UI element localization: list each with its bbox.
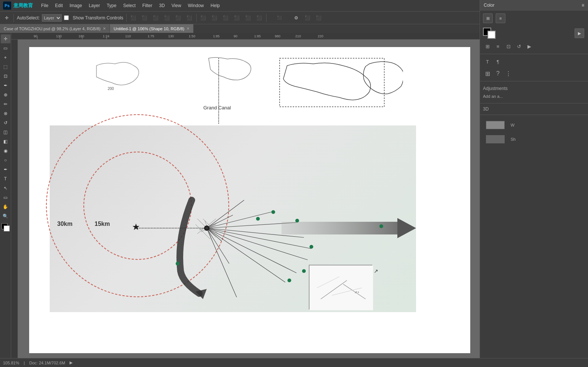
bottom-swatches: W Sh	[480, 116, 588, 148]
auto-select-dropdown[interactable]: Layer Group	[42, 14, 62, 22]
svg-text:90: 90	[234, 34, 237, 38]
svg-point-49	[302, 269, 306, 273]
color-panel-buttons: ⊞ ≡	[480, 10, 588, 26]
svg-rect-43	[281, 222, 397, 234]
menu-help[interactable]: Help	[207, 1, 223, 10]
zoom-tool-btn[interactable]: 🔍	[1, 212, 10, 221]
brush-tool-btn[interactable]: ✏	[1, 100, 10, 109]
paths-icon-btn[interactable]: ⊡	[504, 42, 513, 51]
shape-tool-btn[interactable]: ▭	[1, 193, 10, 202]
svg-line-31	[207, 228, 229, 264]
snap-btn[interactable]: ⚙	[291, 13, 302, 23]
gradient-btn[interactable]: ◧	[1, 137, 10, 146]
dist-bottom-btn[interactable]: ⬛	[254, 13, 265, 23]
fg-bg-colors[interactable]	[1, 223, 10, 232]
tab-untitled[interactable]: Untitled-1 @ 106% (Shape 10, RGB/8) ✕	[110, 24, 194, 33]
svg-marker-44	[397, 218, 416, 238]
move-tool[interactable]: ✛	[1, 13, 12, 23]
clone-stamp-btn[interactable]: ⊗	[1, 109, 10, 118]
lasso-tool-btn[interactable]: ⌖	[1, 53, 10, 62]
extras-btn[interactable]: ⬛	[302, 13, 313, 23]
channels-icon-btn[interactable]: ≡	[493, 42, 502, 51]
paragraph-btn[interactable]: ¶	[493, 57, 502, 66]
color-panel-menu[interactable]: ≡	[582, 3, 584, 8]
svg-line-28	[207, 228, 296, 273]
divider-2	[480, 81, 588, 81]
align-left-btn[interactable]: ⬛	[128, 13, 139, 23]
status-arrow-btn[interactable]: ▶	[70, 360, 73, 365]
quick-select-btn[interactable]: ⬚	[1, 62, 10, 71]
eyedropper-btn[interactable]: ✒	[1, 81, 10, 90]
tab-tongzhou[interactable]: Case of TONGZHOU.psd @ 98.2% (Layer 4, R…	[0, 24, 110, 33]
blur-btn[interactable]: ◉	[1, 146, 10, 155]
show-transform-checkbox[interactable]	[64, 15, 69, 20]
menu-layer[interactable]: Layer	[86, 1, 103, 10]
hand-tool-btn[interactable]: ✋	[1, 202, 10, 211]
menu-select[interactable]: Select	[120, 1, 138, 10]
app-logo: Ps	[3, 1, 11, 10]
text-align-btn[interactable]: T	[483, 57, 492, 66]
svg-text:1:85: 1:85	[254, 34, 261, 38]
more-btn[interactable]: ⬛	[314, 13, 324, 23]
dist-right-btn[interactable]: ⬛	[221, 13, 231, 23]
svg-text:1:75: 1:75	[148, 34, 154, 38]
type-tool-btn[interactable]: T	[1, 174, 10, 183]
svg-text:130: 130	[168, 34, 174, 38]
crop-tool-btn[interactable]: ⊡	[1, 72, 10, 81]
dodge-btn[interactable]: ○	[1, 156, 10, 165]
tab-close-tongzhou[interactable]: ✕	[103, 27, 106, 31]
svg-text:90: 90	[34, 34, 37, 38]
history-icon-btn[interactable]: ↺	[514, 42, 523, 51]
menu-image[interactable]: Image	[67, 1, 85, 10]
tab-close-untitled[interactable]: ✕	[187, 27, 190, 31]
menu-3d[interactable]: 3D	[156, 1, 167, 10]
dist-h-btn[interactable]: ⬛	[209, 13, 220, 23]
svg-text:980: 980	[275, 34, 280, 38]
move-tool-btn[interactable]: ✛	[1, 34, 10, 43]
color-picker-btn[interactable]: ▶	[575, 28, 584, 38]
color-btn-1[interactable]: ⊞	[483, 13, 493, 23]
artboard-btn[interactable]: ⬛	[268, 13, 290, 23]
color-btn-2[interactable]: ≡	[496, 13, 505, 23]
dist-top-btn[interactable]: ⬛	[232, 13, 242, 23]
color-title: Color	[484, 3, 495, 8]
svg-line-34	[207, 200, 244, 228]
properties-btn[interactable]: ⊞	[483, 69, 492, 78]
sh-label: Sh	[511, 137, 515, 141]
dist-v-btn[interactable]: ⬛	[243, 13, 253, 23]
menu-view[interactable]: View	[169, 1, 184, 10]
svg-point-46	[256, 217, 260, 221]
right-icon-row-1: ⊞ ≡ ⊡ ↺ ▶	[480, 40, 588, 52]
canvas-area[interactable]: 200 Grand Canal 30km 15km ★	[18, 40, 480, 358]
marquee-tool-btn[interactable]: ▭	[1, 44, 10, 53]
learn-btn[interactable]: ?	[493, 69, 502, 78]
add-adjustment-text: Add an a...	[480, 94, 588, 102]
eraser-btn[interactable]: ◫	[1, 128, 10, 137]
ruler-top: 90 130 180 1:24 110 1:75 130 1:50 1:85 9…	[11, 33, 480, 40]
dist-left-btn[interactable]: ⬛	[198, 13, 209, 23]
path-select-btn[interactable]: ↖	[1, 184, 10, 193]
zoom-level: 105.81%	[3, 361, 19, 365]
history-brush-btn[interactable]: ↺	[1, 118, 10, 127]
status-bar: 105.81% | Doc: 24.1M/702.6M ▶	[0, 358, 588, 367]
align-bottom-btn[interactable]: ⬛	[184, 13, 195, 23]
menu-filter[interactable]: Filter	[139, 1, 156, 10]
menu-window[interactable]: Window	[185, 1, 207, 10]
separator-2	[126, 14, 127, 22]
actions-icon-btn[interactable]: ▶	[525, 42, 534, 51]
healing-brush-btn[interactable]: ⊕	[1, 90, 10, 99]
menu-edit[interactable]: Edit	[52, 1, 66, 10]
fg-bg-swatch-panel[interactable]	[483, 28, 496, 39]
align-top-btn[interactable]: ⬛	[162, 13, 172, 23]
menu-file[interactable]: File	[38, 1, 51, 10]
right-icon-row-2: T ¶	[480, 56, 588, 68]
svg-text:↗+: ↗+	[354, 290, 359, 294]
align-right-btn[interactable]: ⬛	[151, 13, 161, 23]
align-center-h-btn[interactable]: ⬛	[139, 13, 150, 23]
align-center-v-btn[interactable]: ⬛	[173, 13, 184, 23]
menu-type[interactable]: Type	[104, 1, 119, 10]
status-separator: |	[24, 361, 25, 365]
pen-tool-btn[interactable]: ✒	[1, 165, 10, 174]
layers-icon-btn[interactable]: ⊞	[483, 42, 492, 51]
more-panels-btn[interactable]: ⋮	[504, 69, 513, 78]
